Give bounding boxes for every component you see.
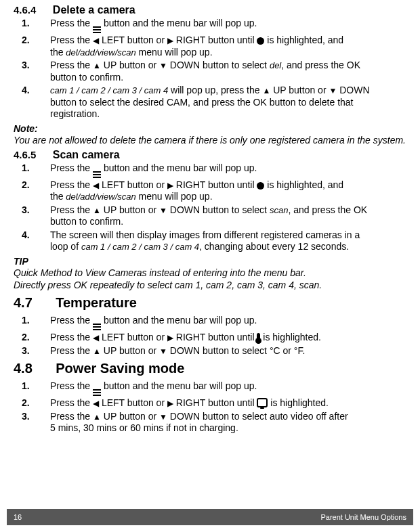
section-47-header: 4.7 Temperature [14, 295, 406, 311]
up-arrow-icon: ▲ [93, 347, 101, 355]
right-arrow-icon: ▶ [167, 181, 173, 190]
footer-label: Parent Unit Menu Options [320, 509, 406, 525]
right-arrow-icon: ▶ [167, 37, 173, 45]
list-item: 3. Press the ▲ UP button or ▼ DOWN butto… [14, 204, 406, 228]
cam-list: cam 1 / cam 2 / cam 3 / cam 4 [50, 85, 168, 95]
down-arrow-icon: ▼ [159, 413, 167, 421]
step-text: Press the ▲ UP button or ▼ DOWN button t… [50, 345, 406, 357]
step-number: 3. [22, 204, 42, 217]
step-number: 2. [22, 397, 42, 409]
step-number: 2. [22, 332, 42, 344]
section-465-header: 4.6.5 Scan camera [14, 149, 406, 161]
step-number: 4. [22, 229, 42, 242]
list-item: 2. Press the ◀ LEFT button or ▶ RIGHT bu… [14, 332, 406, 344]
step-text: cam 1 / cam 2 / cam 3 / cam 4 will pop u… [50, 85, 406, 120]
page-number: 16 [14, 509, 22, 525]
step-text: Press the ▲ UP button or ▼ DOWN button t… [50, 60, 406, 83]
menu-option-del: del [270, 60, 281, 70]
list-item: 2. Press the ◀ LEFT button or ▶ RIGHT bu… [14, 397, 406, 409]
list-item: 3. Press the ▲ UP button or ▼ DOWN butto… [14, 411, 406, 435]
list-item: 4. The screen will then display images f… [14, 229, 406, 253]
menu-option-scan: scan [270, 205, 288, 215]
list-item: 4. cam 1 / cam 2 / cam 3 / cam 4 will po… [14, 85, 406, 120]
step-number: 1. [22, 315, 42, 327]
up-arrow-icon: ▲ [93, 62, 101, 70]
tip-title: TIP [14, 256, 406, 267]
menu-options: del/add/view/scan [66, 47, 135, 58]
step-text: Press the ◀ LEFT button or ▶ RIGHT butto… [50, 35, 406, 58]
document-page: 4.6.4 Delete a camera 1. Press the butto… [0, 0, 420, 532]
down-arrow-icon: ▼ [159, 347, 167, 355]
up-arrow-icon: ▲ [93, 413, 101, 421]
list-item: 1. Press the button and the menu bar wil… [14, 315, 406, 330]
step-number: 1. [22, 380, 42, 393]
tip-body: Quick Method to View Cameras instead of … [14, 267, 406, 291]
section-464-steps: 1. Press the button and the menu bar wil… [14, 18, 406, 120]
section-48-number: 4.8 [14, 361, 33, 376]
list-item: 1. Press the button and the menu bar wil… [14, 162, 406, 178]
cam-list: cam 1 / cam 2 / cam 3 / cam 4 [81, 242, 199, 252]
left-arrow-icon: ◀ [93, 37, 99, 45]
page-footer: 16 Parent Unit Menu Options [7, 509, 413, 525]
step-number: 2. [22, 179, 42, 192]
step-text: Press the ◀ LEFT button or ▶ RIGHT butto… [50, 179, 406, 203]
step-text: Press the button and the menu bar will p… [50, 380, 406, 396]
section-47-steps: 1. Press the button and the menu bar wil… [14, 315, 406, 357]
step-text: Press the ◀ LEFT button or ▶ RIGHT butto… [50, 397, 406, 409]
section-465-title: Scan camera [53, 149, 120, 160]
left-arrow-icon: ◀ [93, 181, 99, 190]
camera-icon [257, 182, 264, 190]
section-464-number: 4.6.4 [14, 4, 36, 16]
section-465-number: 4.6.5 [14, 149, 36, 160]
list-item: 1. Press the button and the menu bar wil… [14, 380, 406, 396]
step-number: 4. [22, 85, 42, 97]
list-item: 3. Press the ▲ UP button or ▼ DOWN butto… [14, 60, 406, 83]
menu-icon [93, 389, 101, 396]
monitor-icon [257, 398, 268, 407]
step-text: Press the button and the menu bar will p… [50, 18, 406, 33]
up-arrow-icon: ▲ [93, 206, 101, 215]
section-465-steps: 1. Press the button and the menu bar wil… [14, 162, 406, 253]
menu-options: del/add/view/scan [66, 192, 135, 202]
step-number: 1. [22, 162, 42, 175]
step-text: Press the button and the menu bar will p… [50, 315, 406, 330]
left-arrow-icon: ◀ [93, 399, 99, 407]
down-arrow-icon: ▼ [329, 87, 337, 95]
down-arrow-icon: ▼ [159, 206, 167, 215]
list-item: 2. Press the ◀ LEFT button or ▶ RIGHT bu… [14, 35, 406, 58]
section-464-title: Delete a camera [53, 4, 135, 16]
step-text: Press the ▲ UP button or ▼ DOWN button t… [50, 204, 406, 228]
step-number: 3. [22, 60, 42, 72]
section-47-number: 4.7 [14, 295, 33, 310]
up-arrow-icon: ▲ [262, 87, 270, 95]
list-item: 2. Press the ◀ LEFT button or ▶ RIGHT bu… [14, 179, 406, 203]
section-48-title: Power Saving mode [56, 361, 184, 376]
camera-icon [257, 37, 264, 45]
right-arrow-icon: ▶ [167, 334, 173, 342]
thermometer-icon [257, 333, 260, 342]
note-title: Note: [14, 123, 406, 134]
section-47-title: Temperature [56, 295, 137, 310]
menu-icon [93, 171, 101, 178]
note-body: You are not allowed to delete the camera… [14, 134, 406, 146]
step-text: Press the ◀ LEFT button or ▶ RIGHT butto… [50, 332, 406, 344]
menu-icon [93, 324, 101, 330]
section-48-steps: 1. Press the button and the menu bar wil… [14, 380, 406, 435]
list-item: 3. Press the ▲ UP button or ▼ DOWN butto… [14, 345, 406, 357]
section-464-header: 4.6.4 Delete a camera [14, 4, 406, 16]
step-text: Press the ▲ UP button or ▼ DOWN button t… [50, 411, 406, 435]
step-number: 2. [22, 35, 42, 47]
down-arrow-icon: ▼ [159, 62, 167, 70]
left-arrow-icon: ◀ [93, 334, 99, 342]
right-arrow-icon: ▶ [167, 399, 173, 407]
menu-icon [93, 26, 101, 33]
step-text: Press the button and the menu bar will p… [50, 162, 406, 178]
step-number: 3. [22, 411, 42, 423]
list-item: 1. Press the button and the menu bar wil… [14, 18, 406, 33]
step-number: 1. [22, 18, 42, 30]
step-text: The screen will then display images from… [50, 229, 406, 253]
section-48-header: 4.8 Power Saving mode [14, 361, 406, 376]
step-number: 3. [22, 345, 42, 357]
